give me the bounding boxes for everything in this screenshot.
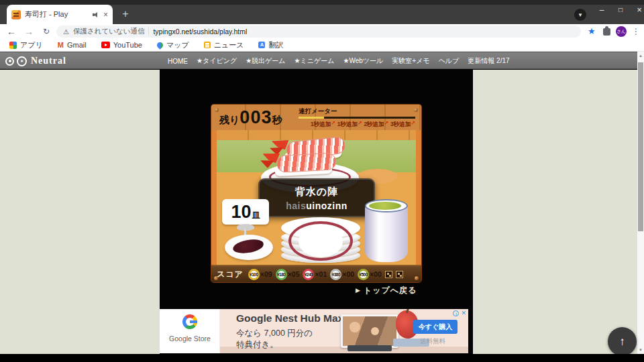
play-icon: ▶	[356, 287, 361, 294]
word-kanji: 背水の陣	[260, 186, 374, 198]
reload-button[interactable]: ↻	[39, 24, 54, 39]
word-typed: hais	[286, 200, 306, 211]
shrimp-sushi	[268, 152, 337, 177]
logo-circle-icon	[5, 57, 14, 66]
game-header: 残り 003 秒 連打メーター 1秒追加↗ 1秒追加↗ 2秒追加↗ 3秒追加↗	[211, 105, 421, 130]
nail-icon	[215, 108, 219, 112]
bookmark-news[interactable]: ニュース	[204, 40, 244, 50]
add-time-arrow-icon: ↗	[358, 120, 362, 126]
word-remaining: uinozinn	[306, 200, 347, 211]
scroll-to-top-button[interactable]: ↑	[608, 327, 637, 356]
google-g-icon	[182, 314, 197, 329]
ad-store-label: Google Store	[160, 335, 220, 343]
nav-item-typing[interactable]: ★タイピング	[197, 56, 237, 66]
bookmark-youtube[interactable]: YouTube	[101, 41, 142, 49]
combo-meter-bar	[299, 117, 415, 119]
address-divider	[148, 27, 149, 36]
security-label: 保護されていない通信	[73, 27, 144, 36]
ad-offer-line1: 今なら 7,000 円分の	[236, 328, 313, 339]
quality-toggle-icon[interactable]	[396, 271, 403, 278]
sushida-game-frame: 残り 003 秒 連打メーター 1秒追加↗ 1秒追加↗ 2秒追加↗ 3秒追加↗	[211, 105, 421, 282]
nav-item-web-tools[interactable]: ★Webツール	[343, 56, 383, 66]
nav-item-help[interactable]: ヘルプ	[439, 56, 460, 66]
ad-title: Google Nest Hub Max	[236, 312, 343, 324]
browser-menu-icon[interactable]: ⋮	[632, 24, 640, 39]
site-nav-bar: ✶ Neutral HOME ★タイピング ★脱出ゲーム ★ミニゲーム ★Web…	[0, 52, 644, 69]
profile-avatar[interactable]: さん	[616, 26, 627, 37]
ad-cta-button[interactable]: 今すぐ購入	[413, 320, 458, 334]
time-value: 003	[239, 107, 272, 127]
combo-meter-fill	[299, 117, 324, 119]
word-romaji: haisuinozinn	[260, 200, 374, 211]
tab-close-icon[interactable]: ×	[103, 11, 108, 19]
news-icon	[204, 42, 211, 48]
nav-item-mini-games[interactable]: ★ミニゲーム	[294, 56, 335, 66]
add-time-arrow-icon: ↗	[331, 120, 335, 126]
maximize-button[interactable]: □	[610, 0, 631, 20]
bookmark-star-icon[interactable]: ★	[588, 24, 596, 39]
soy-sauce-dish	[225, 235, 273, 260]
site-logo[interactable]: ✶ Neutral	[5, 52, 66, 70]
browser-toolbar: ← → ↻ ⚠ 保護されていない通信 typingx0.net/sushida/…	[0, 24, 644, 39]
browser-tab[interactable]: 寿司打 - Play ×	[7, 5, 113, 24]
window-frame-edge	[0, 0, 644, 5]
nail-icon	[214, 276, 218, 280]
ad-close-icon[interactable]: ✕	[461, 310, 466, 316]
typing-word-panel: 背水の陣 haisuinozinn	[258, 178, 375, 217]
minimize-button[interactable]: –	[592, 0, 612, 20]
logo-star-icon: ✶	[17, 56, 27, 66]
tab-favicon-icon	[11, 10, 21, 19]
combo-meter-label: 連打メーター	[299, 107, 415, 116]
ad-offer-line2: 特典付き。	[236, 339, 278, 351]
score-chip-240: ¥240 ×01	[303, 269, 327, 280]
plates-counter-sign: 10 皿	[222, 199, 269, 225]
score-chip-500: ¥500 ×00	[358, 269, 382, 280]
nav-item-home[interactable]: HOME	[168, 58, 188, 65]
score-chip-100: ¥100 ×09	[248, 269, 272, 280]
apps-grid-icon	[9, 42, 17, 49]
ad-shipping-note: 送料無料	[420, 337, 445, 346]
browser-titlebar: 寿司打 - Play × + ▾ – □ ×	[0, 0, 644, 24]
ad-info-icon[interactable]: i	[453, 310, 459, 316]
youtube-icon	[101, 42, 110, 48]
bookmark-apps[interactable]: アプリ	[9, 40, 43, 50]
time-remaining: 残り 003 秒	[219, 107, 282, 127]
scrollbar-thumb[interactable]	[638, 62, 643, 231]
score-label: スコア	[217, 269, 244, 280]
maps-pin-icon	[156, 41, 164, 50]
nav-item-escape-games[interactable]: ★脱出ゲーム	[246, 56, 285, 66]
back-to-top-link[interactable]: ▶トップへ戻る	[356, 285, 417, 296]
score-chip-380: ¥380 ×00	[330, 269, 354, 280]
new-tab-button[interactable]: +	[118, 7, 133, 21]
bookmark-translate[interactable]: A 翻訳	[258, 40, 283, 50]
forward-button[interactable]: →	[21, 24, 36, 39]
scrollbar-up-icon[interactable]: ▲	[637, 52, 644, 60]
close-button[interactable]: ×	[629, 0, 644, 20]
back-button[interactable]: ←	[4, 24, 19, 39]
score-chip-180: ¥180 ×05	[276, 269, 300, 280]
tab-audio-icon[interactable]	[93, 11, 99, 18]
ad-badges: i ✕	[453, 310, 466, 316]
bottom-black-strip	[0, 354, 644, 362]
url-text[interactable]: typingx0.net/sushida/play.html	[153, 27, 247, 36]
screen: 寿司打 - Play × + ▾ – □ × ← → ↻ ⚠ 保護されていない通…	[0, 0, 644, 362]
bookmark-gmail[interactable]: M Gmail	[58, 41, 87, 49]
site-nav-menu: HOME ★タイピング ★脱出ゲーム ★ミニゲーム ★Webツール 実験室+メモ…	[168, 52, 510, 70]
extensions-icon[interactable]	[603, 28, 610, 36]
nav-item-updates[interactable]: 更新情報 2/17	[468, 56, 509, 66]
scrollbar-down-icon[interactable]: ▼	[637, 346, 644, 354]
address-bar[interactable]: ⚠ 保護されていない通信 typingx0.net/sushida/play.h…	[56, 25, 581, 38]
game-scene: 背水の陣 haisuinozinn 10 皿	[211, 130, 421, 265]
translate-icon: A	[258, 42, 265, 48]
sound-toggle-icon[interactable]	[385, 271, 392, 278]
media-controls-button[interactable]: ▾	[574, 9, 586, 21]
not-secure-warning-icon[interactable]: ⚠	[63, 28, 69, 36]
bookmark-maps[interactable]: マップ	[157, 40, 189, 50]
add-time-arrow-icon: ↗	[384, 120, 389, 126]
nav-item-lab-memo[interactable]: 実験室+メモ	[392, 56, 429, 66]
ad-banner[interactable]: Google Store Google Nest Hub Max 今なら 7,0…	[160, 309, 468, 353]
green-tea-cup	[365, 199, 408, 262]
combo-meter-marks: 1秒追加↗ 1秒追加↗ 2秒追加↗ 3秒追加↗	[299, 120, 415, 129]
plate-stack	[281, 217, 360, 265]
page-scrollbar[interactable]: ▲ ▼	[637, 52, 644, 354]
